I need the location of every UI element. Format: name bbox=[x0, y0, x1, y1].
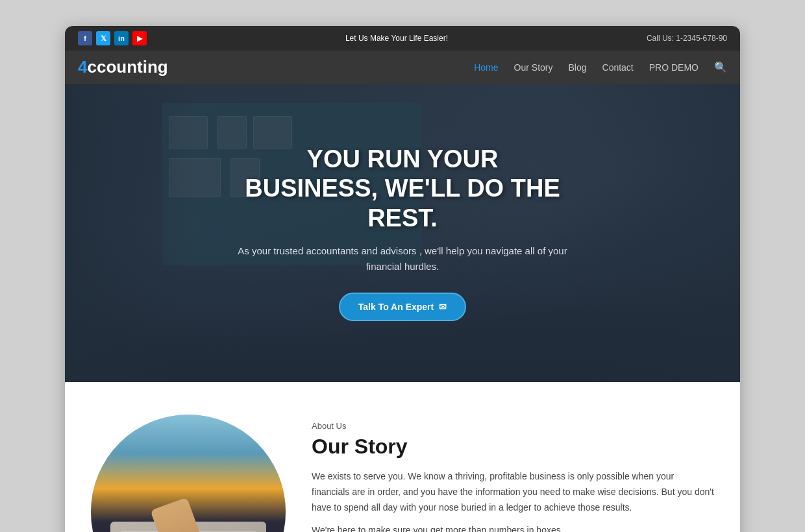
youtube-icon[interactable]: ▶ bbox=[132, 31, 147, 45]
about-body-1: We exists to serve you. We know a thrivi… bbox=[312, 469, 714, 515]
about-section: About Us Our Story We exists to serve yo… bbox=[65, 382, 740, 532]
nav-our-story[interactable]: Our Story bbox=[514, 62, 553, 73]
about-image-wrap bbox=[91, 415, 286, 532]
about-image-circle bbox=[91, 415, 286, 532]
logo-text: ccounting bbox=[87, 57, 167, 77]
phone-number: Call Us: 1-2345-678-90 bbox=[647, 34, 727, 43]
search-icon[interactable]: 🔍 bbox=[714, 62, 727, 73]
nav-links: Home Our Story Blog Contact PRO DEMO 🔍 bbox=[474, 61, 727, 73]
nav-bar: 4ccounting Home Our Story Blog Contact P… bbox=[65, 51, 740, 84]
logo-number: 4 bbox=[78, 57, 87, 77]
linkedin-icon[interactable]: in bbox=[114, 31, 129, 45]
hero-subtext: As your trusted accountants and advisors… bbox=[221, 243, 584, 274]
cta-button[interactable]: Talk To An Expert ✉ bbox=[339, 293, 466, 321]
hero-section: YOU RUN YOUR BUSINESS, WE'LL DO THE REST… bbox=[65, 84, 740, 382]
hero-headline-line2: BUSINESS, WE'LL DO THE REST. bbox=[245, 175, 560, 232]
nav-pro-demo[interactable]: PRO DEMO bbox=[649, 62, 699, 73]
nav-home[interactable]: Home bbox=[474, 62, 498, 73]
about-label: About Us bbox=[312, 421, 714, 431]
hero-headline: YOU RUN YOUR BUSINESS, WE'LL DO THE REST… bbox=[221, 145, 584, 234]
hero-headline-line1: YOU RUN YOUR bbox=[307, 145, 499, 173]
top-bar: f 𝕏 in ▶ Let Us Make Your Life Easier! C… bbox=[65, 26, 740, 51]
about-title: Our Story bbox=[312, 435, 714, 459]
about-text: About Us Our Story We exists to serve yo… bbox=[312, 415, 714, 532]
cta-envelope-icon: ✉ bbox=[439, 302, 447, 312]
twitter-icon[interactable]: 𝕏 bbox=[96, 31, 110, 45]
about-body-2: We're here to make sure you get more tha… bbox=[312, 523, 714, 532]
social-icons: f 𝕏 in ▶ bbox=[78, 31, 147, 45]
nav-blog[interactable]: Blog bbox=[568, 62, 586, 73]
logo[interactable]: 4ccounting bbox=[78, 57, 168, 77]
nav-contact[interactable]: Contact bbox=[602, 62, 634, 73]
browser-window: f 𝕏 in ▶ Let Us Make Your Life Easier! C… bbox=[65, 26, 740, 532]
facebook-icon[interactable]: f bbox=[78, 31, 92, 45]
cta-label: Talk To An Expert bbox=[358, 302, 434, 312]
tagline: Let Us Make Your Life Easier! bbox=[345, 34, 448, 43]
hero-content: YOU RUN YOUR BUSINESS, WE'LL DO THE REST… bbox=[208, 132, 597, 335]
